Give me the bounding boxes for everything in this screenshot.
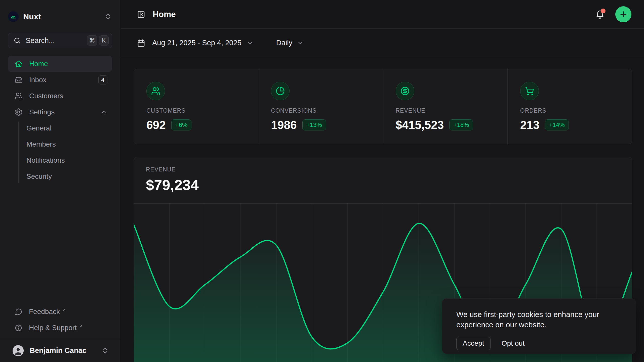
sidebar-item-inbox[interactable]: Inbox 4 — [8, 72, 112, 88]
sidebar: Nuxt ⌘ K Home Inbox 4 Customers Settings — [0, 0, 120, 362]
stat-delta-badge: +13% — [302, 119, 326, 130]
search-icon — [13, 37, 21, 44]
stat-value: 692 — [146, 118, 166, 132]
cart-icon — [520, 82, 539, 100]
workspace-switcher[interactable]: Nuxt — [8, 8, 112, 26]
opt-out-button[interactable]: Opt out — [502, 339, 525, 347]
avatar — [13, 345, 24, 356]
search-input[interactable] — [26, 36, 85, 45]
stat-delta-badge: +6% — [171, 119, 192, 130]
filters-toolbar: Aug 21, 2025 - Sep 4, 2025 Daily — [120, 29, 644, 57]
sidebar-toggle-icon[interactable] — [137, 10, 145, 18]
stat-customers[interactable]: CUSTOMERS 692 +6% — [134, 69, 258, 144]
stat-conversions[interactable]: CONVERSIONS 1986 +13% — [258, 69, 383, 144]
revenue-value: $79,234 — [146, 176, 632, 193]
help-support-link[interactable]: Help & Support — [8, 320, 112, 336]
stat-delta-badge: +14% — [545, 119, 569, 130]
sidebar-item-label: Settings — [29, 108, 100, 116]
stat-value: $415,523 — [396, 118, 444, 132]
stat-value: 213 — [520, 118, 540, 132]
notification-dot — [601, 9, 606, 13]
sidebar-item-label: Inbox — [29, 76, 98, 84]
sidebar-item-home[interactable]: Home — [8, 56, 112, 72]
circle-dollar-icon — [396, 82, 414, 100]
house-icon — [15, 60, 23, 68]
sidebar-item-notifications[interactable]: Notifications — [18, 152, 112, 168]
inbox-icon — [15, 76, 23, 84]
accept-button[interactable]: Accept — [456, 337, 491, 350]
stat-revenue[interactable]: REVENUE $415,523 +18% — [383, 69, 507, 144]
nuxt-logo-icon — [8, 11, 19, 22]
stat-label: ORDERS — [520, 107, 632, 114]
info-icon — [15, 324, 22, 332]
plus-icon — [619, 10, 628, 19]
stat-delta-badge: +18% — [449, 119, 473, 130]
stat-value: 1986 — [271, 118, 297, 132]
sidebar-footer: Feedback Help & Support — [8, 304, 112, 336]
settings-subnav: General Members Notifications Security — [8, 120, 112, 185]
arrow-up-right-icon — [61, 306, 66, 314]
date-range-value: Aug 21, 2025 - Sep 4, 2025 — [152, 39, 242, 47]
add-button[interactable] — [615, 6, 631, 22]
inbox-count-badge: 4 — [98, 75, 107, 84]
page-header: Home — [120, 0, 644, 29]
chevron-down-icon — [247, 39, 254, 47]
user-menu[interactable]: Benjamin Canac — [0, 339, 120, 362]
sidebar-item-settings[interactable]: Settings — [8, 104, 112, 120]
chevron-down-icon — [297, 39, 304, 47]
stat-label: CUSTOMERS — [146, 107, 258, 114]
period-value: Daily — [276, 39, 292, 47]
users-icon — [146, 82, 165, 100]
stats-card: CUSTOMERS 692 +6% CONVERSIONS 1986 +13% … — [134, 69, 632, 144]
search-input-box[interactable]: ⌘ K — [8, 33, 112, 48]
gear-icon — [15, 108, 23, 116]
help-support-label: Help & Support — [29, 324, 77, 332]
subnav-label: General — [26, 124, 52, 132]
feedback-link[interactable]: Feedback — [8, 304, 112, 320]
kbd-k: K — [99, 35, 109, 46]
kbd-meta: ⌘ — [87, 35, 97, 46]
workspace-name: Nuxt — [23, 12, 104, 21]
sidebar-item-customers[interactable]: Customers — [8, 88, 112, 104]
page-title: Home — [153, 10, 595, 19]
cookie-message: We use first-party cookies to enhance yo… — [456, 309, 620, 330]
sidebar-item-general[interactable]: General — [18, 120, 112, 136]
notifications-button[interactable] — [595, 10, 605, 19]
feedback-label: Feedback — [29, 308, 60, 316]
calendar-icon — [137, 39, 145, 47]
stat-orders[interactable]: ORDERS 213 +14% — [507, 69, 632, 144]
subnav-label: Notifications — [26, 156, 65, 164]
date-range-picker[interactable]: Aug 21, 2025 - Sep 4, 2025 — [137, 39, 254, 47]
chevron-up-icon — [100, 109, 107, 116]
chevrons-up-down-icon[interactable] — [104, 13, 112, 20]
pie-chart-icon — [271, 82, 290, 100]
sidebar-item-members[interactable]: Members — [18, 136, 112, 152]
stat-label: CONVERSIONS — [271, 107, 383, 114]
subnav-label: Security — [26, 172, 52, 180]
message-bubble-icon — [15, 308, 22, 316]
arrow-up-right-icon — [78, 322, 83, 330]
revenue-label: REVENUE — [146, 166, 632, 173]
sidebar-item-label: Customers — [29, 92, 107, 100]
period-select[interactable]: Daily — [276, 39, 304, 47]
stat-label: REVENUE — [396, 107, 507, 114]
cookie-banner: We use first-party cookies to enhance yo… — [442, 298, 636, 354]
user-name: Benjamin Canac — [30, 346, 101, 355]
sidebar-item-security[interactable]: Security — [18, 168, 112, 185]
sidebar-nav: Home Inbox 4 Customers Settings General … — [8, 56, 112, 185]
sidebar-item-label: Home — [29, 60, 107, 68]
chevrons-up-down-icon — [101, 347, 109, 354]
users-icon — [15, 92, 23, 100]
subnav-label: Members — [26, 140, 56, 148]
